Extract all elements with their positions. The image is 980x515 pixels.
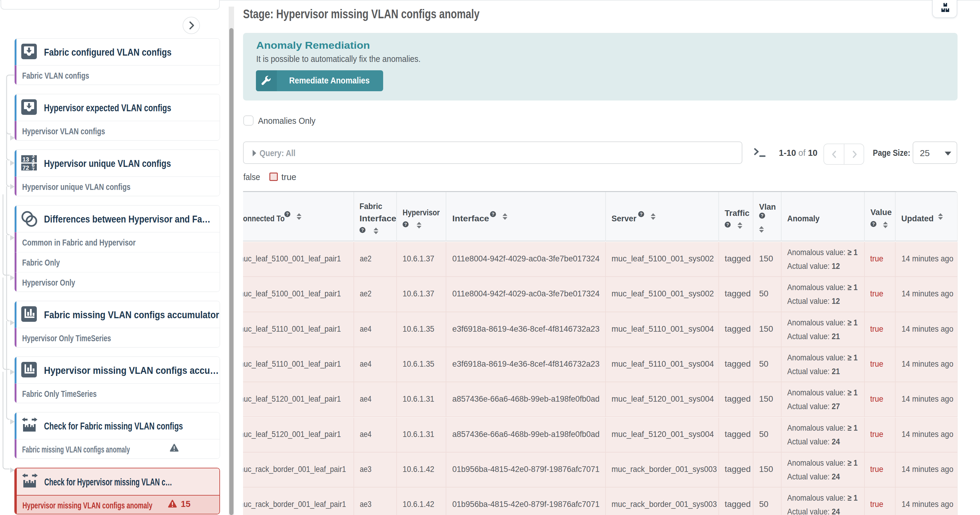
svg-text:7: 7 <box>32 167 34 171</box>
svg-text:13: 13 <box>22 156 29 163</box>
svg-text:72: 72 <box>22 165 29 171</box>
svg-text:4: 4 <box>32 158 35 163</box>
